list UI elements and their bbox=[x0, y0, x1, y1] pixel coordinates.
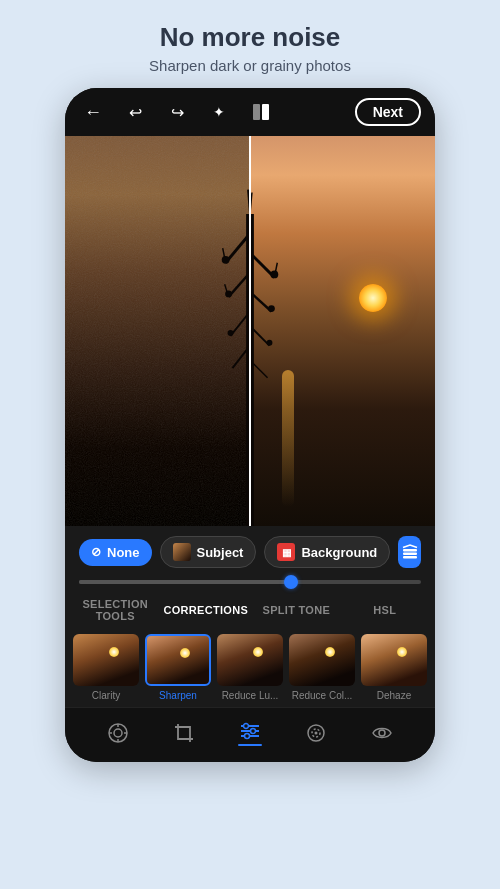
bottom-nav bbox=[65, 707, 435, 762]
thumb-label-reduce-lu: Reduce Lu... bbox=[222, 690, 279, 701]
background-icon: ▦ bbox=[277, 543, 295, 561]
svg-point-19 bbox=[268, 305, 275, 312]
water-reflection bbox=[282, 370, 294, 507]
nav-presets[interactable] bbox=[98, 718, 138, 748]
subject-pill[interactable]: Subject bbox=[160, 536, 257, 568]
svg-point-40 bbox=[379, 730, 385, 736]
svg-point-34 bbox=[244, 724, 249, 729]
slider-fill bbox=[79, 580, 291, 584]
slider-thumb[interactable] bbox=[284, 575, 298, 589]
nav-active-indicator bbox=[238, 744, 262, 746]
subject-label: Subject bbox=[197, 545, 244, 560]
svg-rect-1 bbox=[262, 104, 269, 120]
nav-healing[interactable] bbox=[296, 718, 336, 748]
thumb-img-dehaze bbox=[361, 634, 427, 686]
slider-row bbox=[65, 574, 435, 584]
none-icon: ⊘ bbox=[91, 545, 101, 559]
thumb-sharpen[interactable]: Sharpen bbox=[145, 634, 211, 701]
layers-button[interactable] bbox=[398, 536, 421, 568]
svg-point-20 bbox=[228, 330, 234, 336]
sun-element bbox=[359, 284, 387, 312]
magic-icon[interactable]: ✦ bbox=[205, 98, 233, 126]
nav-eye[interactable] bbox=[362, 718, 402, 748]
thumbnail-strip: Clarity Sharpen Reduce Lu... Reduce Col.… bbox=[65, 630, 435, 707]
thumb-label-reduce-col: Reduce Col... bbox=[292, 690, 353, 701]
redo-icon[interactable]: ↪ bbox=[163, 98, 191, 126]
back-icon[interactable]: ← bbox=[79, 98, 107, 126]
svg-point-35 bbox=[251, 729, 256, 734]
top-bar: ← ↩ ↪ ✦ Next bbox=[65, 88, 435, 136]
phone-mockup: ← ↩ ↪ ✦ Next bbox=[65, 88, 435, 762]
top-bar-left: ← ↩ ↪ ✦ bbox=[79, 98, 275, 126]
tabs-row: SELECTION TOOLS CORRECTIONS SPLIT TONE H… bbox=[65, 584, 435, 630]
svg-rect-23 bbox=[403, 553, 417, 556]
svg-rect-22 bbox=[403, 549, 417, 552]
background-label: Background bbox=[301, 545, 377, 560]
page-title: No more noise bbox=[149, 22, 351, 53]
thumb-img-clarity bbox=[73, 634, 139, 686]
subject-thumb bbox=[173, 543, 191, 561]
thumb-clarity[interactable]: Clarity bbox=[73, 634, 139, 701]
nav-adjustments[interactable] bbox=[230, 718, 270, 748]
thumb-reduce-col[interactable]: Reduce Col... bbox=[289, 634, 355, 701]
tab-corrections[interactable]: CORRECTIONS bbox=[161, 600, 250, 620]
page-subtitle: Sharpen dark or grainy photos bbox=[149, 57, 351, 74]
thumb-dehaze[interactable]: Dehaze bbox=[361, 634, 427, 701]
svg-point-18 bbox=[225, 291, 232, 298]
undo-icon[interactable]: ↩ bbox=[121, 98, 149, 126]
none-label: None bbox=[107, 545, 140, 560]
compare-icon[interactable] bbox=[247, 98, 275, 126]
thumb-label-dehaze: Dehaze bbox=[377, 690, 411, 701]
slider-track[interactable] bbox=[79, 580, 421, 584]
next-button[interactable]: Next bbox=[355, 98, 421, 126]
tab-selection-tools[interactable]: SELECTION TOOLS bbox=[73, 594, 157, 626]
thumb-label-sharpen: Sharpen bbox=[159, 690, 197, 701]
thumb-img-reduce-lu bbox=[217, 634, 283, 686]
selection-pills: ⊘ None Subject ▦ Background bbox=[79, 536, 421, 568]
tab-hsl[interactable]: HSL bbox=[343, 600, 427, 620]
svg-point-16 bbox=[222, 256, 230, 264]
svg-point-21 bbox=[267, 340, 273, 346]
thumb-img-reduce-col bbox=[289, 634, 355, 686]
svg-point-26 bbox=[114, 729, 122, 737]
thumb-reduce-lu[interactable]: Reduce Lu... bbox=[217, 634, 283, 701]
svg-rect-24 bbox=[403, 556, 417, 559]
tab-split-tone[interactable]: SPLIT TONE bbox=[254, 600, 338, 620]
thumb-img-sharpen bbox=[145, 634, 211, 686]
none-pill[interactable]: ⊘ None bbox=[79, 539, 152, 566]
selection-area: ⊘ None Subject ▦ Background bbox=[65, 526, 435, 574]
svg-rect-0 bbox=[253, 104, 260, 120]
svg-point-39 bbox=[315, 732, 318, 735]
photo-preview bbox=[65, 136, 435, 526]
svg-point-36 bbox=[245, 734, 250, 739]
before-after-divider bbox=[249, 136, 251, 526]
background-pill[interactable]: ▦ Background bbox=[264, 536, 390, 568]
svg-point-17 bbox=[270, 271, 278, 279]
thumb-label-clarity: Clarity bbox=[92, 690, 120, 701]
nav-crop[interactable] bbox=[164, 718, 204, 748]
